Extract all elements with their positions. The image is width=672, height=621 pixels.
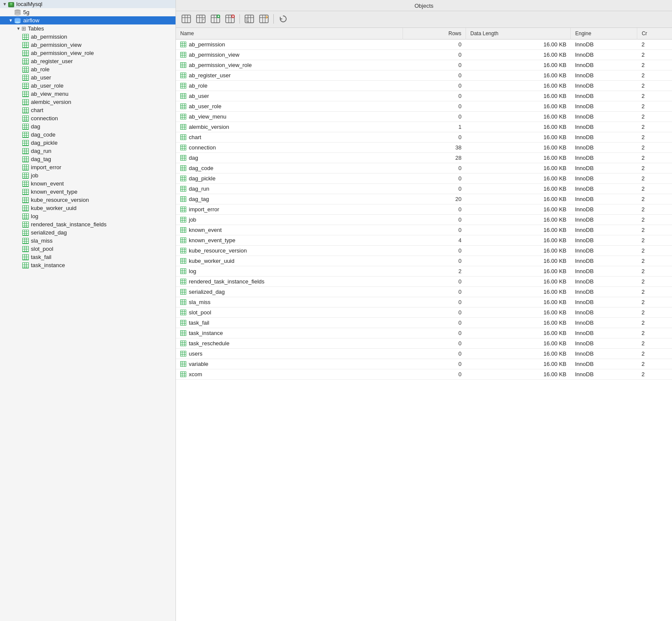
sidebar-table-alembic_version[interactable]: alembic_version [0, 98, 176, 106]
table-row[interactable]: chart 016.00 KBInnoDB2 [176, 132, 672, 143]
sidebar-table-rendered_task_instance_fields[interactable]: rendered_task_instance_fields [0, 220, 176, 228]
table-label: known_event_type [31, 189, 77, 195]
sidebar-table-ab_permission_view[interactable]: ab_permission_view [0, 41, 176, 49]
cell-name: users [176, 349, 403, 359]
add-table-button[interactable] [209, 13, 222, 25]
table-row[interactable]: dag_code 016.00 KBInnoDB2 [176, 163, 672, 174]
table-row[interactable]: ab_user 016.00 KBInnoDB2 [176, 91, 672, 101]
table-row[interactable]: dag_tag 2016.00 KBInnoDB2 [176, 194, 672, 204]
sidebar-table-kube_resource_version[interactable]: kube_resource_version [0, 196, 176, 204]
col-header-engine[interactable]: Engine [571, 28, 637, 40]
schema-button[interactable] [257, 13, 271, 25]
table-row[interactable]: import_error 016.00 KBInnoDB2 [176, 204, 672, 215]
col-header-rows[interactable]: Rows [403, 28, 466, 40]
sidebar-table-known_event[interactable]: known_event [0, 180, 176, 188]
sidebar-table-chart[interactable]: chart [0, 106, 176, 114]
table-row[interactable]: ab_permission_view 016.00 KBInnoDB2 [176, 50, 672, 60]
table-row[interactable]: ab_user_role 016.00 KBInnoDB2 [176, 101, 672, 112]
table-row[interactable]: task_fail 016.00 KBInnoDB2 [176, 318, 672, 328]
sidebar-table-log[interactable]: log [0, 212, 176, 220]
sidebar-table-import_error[interactable]: import_error [0, 163, 176, 171]
cell-created: 2 [637, 307, 672, 318]
tree-toggle-root[interactable]: ▼ [2, 2, 8, 6]
table-row[interactable]: dag 2816.00 KBInnoDB2 [176, 153, 672, 163]
tree-toggle-airflow[interactable]: ▼ [8, 18, 14, 23]
table-row[interactable]: serialized_dag 016.00 KBInnoDB2 [176, 287, 672, 297]
table-row[interactable]: ab_permission 016.00 KBInnoDB2 [176, 40, 672, 50]
table-row[interactable]: alembic_version 116.00 KBInnoDB2 [176, 122, 672, 132]
filter-button[interactable] [242, 13, 256, 25]
table-label: kube_resource_version [31, 197, 89, 203]
sidebar-table-slot_pool[interactable]: slot_pool [0, 245, 176, 253]
table-grid-icon [22, 91, 29, 97]
table-row[interactable]: dag_run 016.00 KBInnoDB2 [176, 184, 672, 194]
sidebar-table-serialized_dag[interactable]: serialized_dag [0, 228, 176, 237]
table-row[interactable]: kube_resource_version 016.00 KBInnoDB2 [176, 246, 672, 256]
table-row[interactable]: users 016.00 KBInnoDB2 [176, 349, 672, 359]
sidebar-table-ab_view_menu[interactable]: ab_view_menu [0, 90, 176, 98]
sidebar-item-5g[interactable]: 5g [0, 8, 176, 16]
sidebar-table-dag_run[interactable]: dag_run [0, 147, 176, 155]
sidebar-table-kube_worker_uuid[interactable]: kube_worker_uuid [0, 204, 176, 212]
table-row[interactable]: ab_register_user 016.00 KBInnoDB2 [176, 70, 672, 81]
edit-table-button[interactable] [194, 13, 208, 25]
table-row[interactable]: slot_pool 016.00 KBInnoDB2 [176, 307, 672, 318]
sidebar-table-sla_miss[interactable]: sla_miss [0, 237, 176, 245]
sidebar-table-known_event_type[interactable]: known_event_type [0, 188, 176, 196]
table-row[interactable]: task_instance 016.00 KBInnoDB2 [176, 328, 672, 338]
table-row[interactable]: known_event_type 416.00 KBInnoDB2 [176, 235, 672, 246]
cell-created: 2 [637, 70, 672, 81]
table-row[interactable]: variable 016.00 KBInnoDB2 [176, 359, 672, 369]
col-header-created[interactable]: Cr [637, 28, 672, 40]
table-row[interactable]: xcom 016.00 KBInnoDB2 [176, 369, 672, 380]
table-row[interactable]: ab_permission_view_role 016.00 KBInnoDB2 [176, 60, 672, 70]
cell-rows: 0 [403, 277, 466, 287]
table-row[interactable]: ab_role 016.00 KBInnoDB2 [176, 81, 672, 91]
cell-engine: InnoDB [571, 70, 637, 81]
table-row[interactable]: kube_worker_uuid 016.00 KBInnoDB2 [176, 256, 672, 266]
remove-table-button[interactable] [223, 13, 237, 25]
sidebar-table-ab_user[interactable]: ab_user [0, 73, 176, 82]
sidebar-table-ab_role[interactable]: ab_role [0, 65, 176, 73]
table-row[interactable]: rendered_task_instance_fields 016.00 KBI… [176, 277, 672, 287]
sidebar-table-ab_permission_view_role[interactable]: ab_permission_view_role [0, 49, 176, 57]
sidebar-root[interactable]: ▼ localMysql [0, 0, 176, 8]
sidebar-table-ab_register_user[interactable]: ab_register_user [0, 57, 176, 65]
table-row[interactable]: ab_view_menu 016.00 KBInnoDB2 [176, 112, 672, 122]
table-row[interactable]: task_reschedule 016.00 KBInnoDB2 [176, 338, 672, 349]
sidebar-table-task_fail[interactable]: task_fail [0, 253, 176, 261]
row-table-icon [180, 62, 186, 68]
sidebar-item-airflow[interactable]: ▼ airflow [0, 16, 176, 24]
col-header-data-length[interactable]: Data Length [466, 28, 571, 40]
sidebar: ▼ localMysql 5g ▼ [0, 0, 176, 621]
sidebar-table-dag_tag[interactable]: dag_tag [0, 155, 176, 163]
sidebar-table-ab_permission[interactable]: ab_permission [0, 33, 176, 41]
tree-toggle-tables[interactable]: ▼ [15, 26, 21, 31]
row-table-icon [180, 351, 186, 356]
sidebar-folder-tables[interactable]: ▼ ⊞ Tables [0, 24, 176, 33]
cell-engine: InnoDB [571, 204, 637, 215]
table-row[interactable]: connection 3816.00 KBInnoDB2 [176, 143, 672, 153]
view-table-button[interactable] [179, 13, 193, 25]
sidebar-table-connection[interactable]: connection [0, 114, 176, 122]
cell-name: alembic_version [176, 122, 403, 132]
sidebar-table-task_instance[interactable]: task_instance [0, 261, 176, 269]
cell-engine: InnoDB [571, 256, 637, 266]
cell-name: task_fail [176, 318, 403, 328]
table-row[interactable]: log 216.00 KBInnoDB2 [176, 266, 672, 277]
sidebar-table-ab_user_role[interactable]: ab_user_role [0, 82, 176, 90]
table-row[interactable]: job 016.00 KBInnoDB2 [176, 215, 672, 225]
table-row[interactable]: known_event 016.00 KBInnoDB2 [176, 225, 672, 235]
sidebar-table-dag_code[interactable]: dag_code [0, 131, 176, 139]
sidebar-table-dag_pickle[interactable]: dag_pickle [0, 139, 176, 147]
objects-table-container: Name Rows Data Length Engine Cr ab_permi… [176, 28, 672, 621]
col-header-name[interactable]: Name [176, 28, 403, 40]
cell-name: ab_role [176, 81, 403, 91]
sidebar-table-job[interactable]: job [0, 171, 176, 180]
cell-rows: 0 [403, 225, 466, 235]
sidebar-table-dag[interactable]: dag [0, 122, 176, 131]
table-row[interactable]: dag_pickle 016.00 KBInnoDB2 [176, 174, 672, 184]
refresh-button[interactable] [276, 13, 290, 25]
table-row[interactable]: sla_miss 016.00 KBInnoDB2 [176, 297, 672, 307]
table-label: known_event [31, 180, 64, 187]
